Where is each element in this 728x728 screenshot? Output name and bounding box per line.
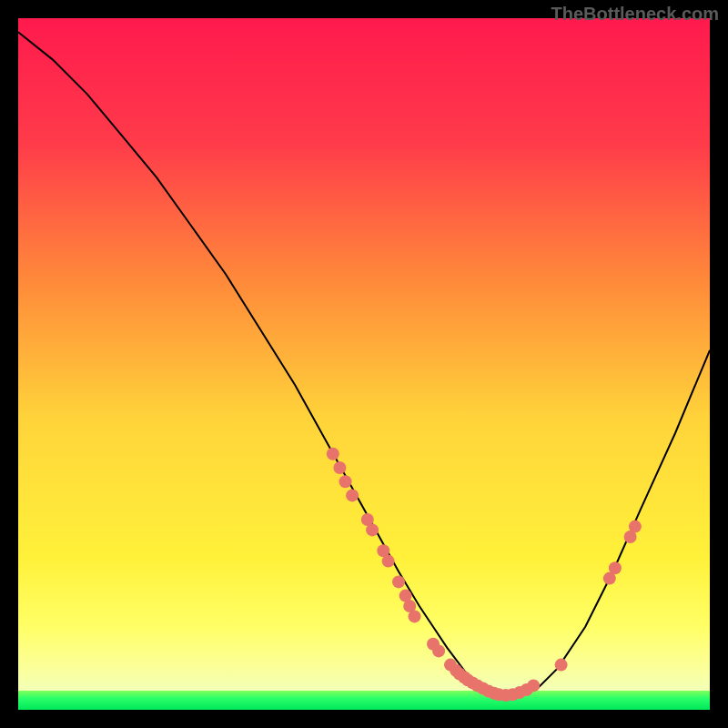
data-point [432,644,445,657]
data-point [382,555,395,568]
data-point [339,475,352,488]
data-point [409,610,421,622]
data-point [609,561,622,574]
data-point [629,521,642,533]
plot-area [18,18,710,710]
data-point [346,489,359,501]
data-point [392,575,405,588]
data-point [327,448,339,460]
data-point [527,679,540,692]
data-points-group [327,448,642,702]
data-point [555,659,568,672]
chart-svg [18,18,710,710]
watermark-text: TheBottleneck.com [551,4,719,25]
data-point [366,523,379,536]
bottleneck-curve [18,32,710,696]
data-point [333,461,346,474]
